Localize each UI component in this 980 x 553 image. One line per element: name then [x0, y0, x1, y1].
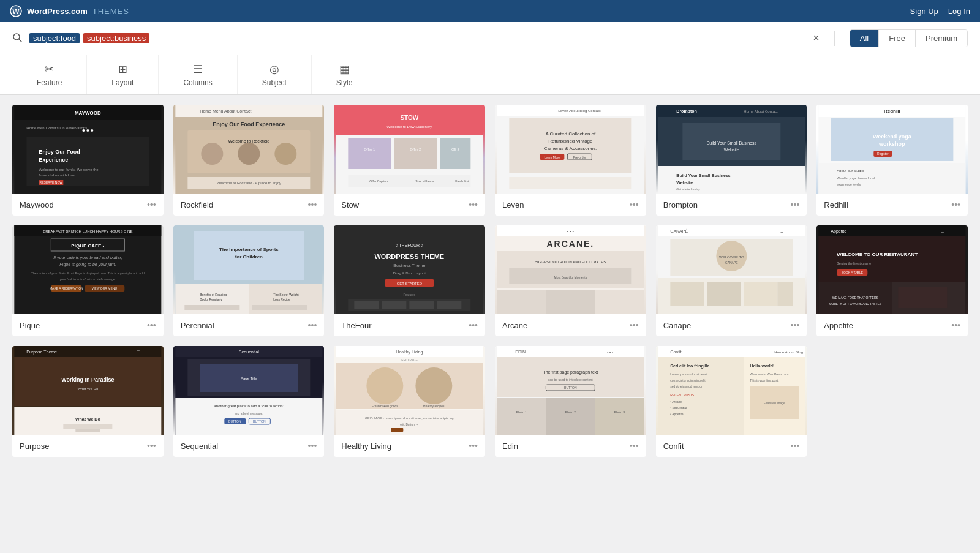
svg-rect-127 [546, 290, 595, 314]
svg-text:Brompton: Brompton [676, 109, 696, 114]
theme-more-rockfield[interactable]: ••• [308, 200, 317, 209]
svg-rect-202 [497, 398, 546, 435]
svg-text:consectetur adipiscing elit: consectetur adipiscing elit [670, 378, 706, 382]
svg-rect-173 [175, 398, 322, 435]
svg-rect-141 [777, 282, 793, 306]
theme-footer-rockfield: Rockfield ••• [173, 194, 325, 216]
svg-text:Page Title: Page Title [241, 377, 257, 380]
search-tag-business[interactable]: subject:business [83, 33, 149, 43]
theme-card-appetite[interactable]: Appetite ☰ WELCOME TO OUR RESTAURANT Ser… [816, 225, 968, 336]
brand-area: W WordPress.com THEMES [10, 5, 129, 17]
signup-link[interactable]: Sign Up [910, 7, 938, 16]
svg-rect-192 [391, 428, 404, 432]
filter-subject[interactable]: ◎ Subject [238, 55, 312, 94]
svg-text:The content of your Static Fro: The content of your Static Front Page is… [31, 271, 145, 275]
svg-text:STOW: STOW [401, 115, 419, 121]
layout-icon: ⊞ [118, 62, 127, 76]
theme-footer-thefour: TheFour ••• [334, 314, 485, 336]
svg-text:• • •: • • • [567, 229, 575, 233]
theme-more-redhill[interactable]: ••• [951, 200, 960, 209]
theme-name-edin: Edin [502, 442, 518, 451]
themes-grid: MAYWOOD Home Menu What's On Reservations… [0, 95, 980, 467]
search-input[interactable] [153, 33, 805, 43]
search-tag-food[interactable]: subject:food [29, 33, 80, 43]
svg-text:GRID PAGE: GRID PAGE [401, 358, 418, 362]
theme-card-maywood[interactable]: MAYWOOD Home Menu What's On Reservations… [12, 105, 164, 216]
svg-text:MAYWOOD: MAYWOOD [75, 110, 101, 116]
theme-more-stow[interactable]: ••• [469, 200, 478, 209]
svg-rect-203 [546, 398, 595, 435]
svg-text:Experience: Experience [39, 157, 68, 163]
theme-card-canape[interactable]: CANAPÉ ☰ WELCOME TO CANAPÉ Canape ••• [656, 225, 807, 336]
filter-all[interactable]: All [850, 30, 879, 47]
theme-card-redhill[interactable]: Redhill Weekend yoga workshop Register A… [816, 105, 968, 216]
theme-more-canape[interactable]: ••• [791, 320, 800, 330]
svg-text:W: W [12, 7, 20, 16]
theme-preview-canape: CANAPÉ ☰ WELCOME TO CANAPÉ [656, 225, 807, 314]
theme-card-healthyliving[interactable]: Healthy Living GRID PAGE Fresh baked goo… [334, 346, 485, 457]
filter-style[interactable]: ▦ Style [312, 55, 378, 94]
svg-text:The Importance of Sports: The Importance of Sports [219, 247, 279, 252]
svg-text:Welcome to Rockfield: Welcome to Rockfield [228, 139, 270, 143]
svg-text:Refurbished Vintage: Refurbished Vintage [548, 138, 593, 144]
svg-text:Build Your Small Business: Build Your Small Business [706, 141, 756, 145]
theme-card-brompton[interactable]: Brompton Home About Contact Build Your S… [656, 105, 807, 216]
svg-text:VIEW OUR MENU: VIEW OUR MENU [92, 287, 118, 290]
theme-card-confit[interactable]: Confit Home About Blog Sed elit leo frin… [656, 346, 807, 457]
svg-text:Pique is going to be your jam.: Pique is going to be your jam. [59, 262, 116, 267]
theme-more-sequential[interactable]: ••• [308, 441, 317, 451]
theme-more-confit[interactable]: ••• [791, 441, 800, 451]
theme-more-thefour[interactable]: ••• [469, 320, 478, 330]
svg-text:Home   About   Contact: Home About Contact [744, 110, 778, 113]
theme-name-healthyliving: Healthy Living [341, 442, 391, 451]
theme-more-pique[interactable]: ••• [147, 320, 156, 330]
theme-card-thefour[interactable]: ◊ THEFOUR ◊ WORDPRESS THEME Business The… [334, 225, 485, 336]
svg-text:Home   Menu   About   Contact: Home Menu About Contact [200, 109, 251, 113]
login-link[interactable]: Log In [948, 7, 970, 16]
filter-columns[interactable]: ☰ Columns [159, 55, 237, 94]
theme-card-rockfield[interactable]: Home Menu About Contact Enjoy Our Food E… [173, 105, 325, 216]
theme-card-leven[interactable]: Leven About Blog Contact A Curated Colle… [495, 105, 646, 216]
theme-more-arcane[interactable]: ••• [630, 320, 639, 330]
theme-card-arcane[interactable]: • • • ARCANE. BIGGEST NUTRITION AND FOOD… [495, 225, 646, 336]
theme-footer-purpose: Purpose ••• [12, 435, 164, 457]
theme-more-perennial[interactable]: ••• [308, 320, 317, 330]
theme-card-pique[interactable]: BREAKFAST BRUNCH LUNCH HAPPY HOURS DINE … [12, 225, 164, 336]
svg-text:BOOK A TABLE: BOOK A TABLE [842, 271, 864, 274]
theme-preview-pique: BREAKFAST BRUNCH LUNCH HAPPY HOURS DINE … [12, 225, 164, 314]
brand-name: WordPress.com [27, 7, 88, 16]
theme-card-stow[interactable]: STOW Welcome to Dew Stationery Offer 1 O… [334, 105, 485, 216]
search-close-button[interactable]: × [813, 32, 820, 45]
filter-options: ✂ Feature ⊞ Layout ☰ Columns ◎ Subject ▦… [12, 55, 377, 94]
svg-text:Drag & Drop Layout: Drag & Drop Layout [393, 271, 426, 275]
svg-text:Leven   About   Blog   Contact: Leven About Blog Contact [558, 109, 601, 113]
theme-preview-leven: Leven About Blog Contact A Curated Colle… [495, 105, 646, 194]
theme-more-leven[interactable]: ••• [630, 200, 639, 209]
theme-more-brompton[interactable]: ••• [791, 200, 800, 209]
theme-more-appetite[interactable]: ••• [951, 320, 960, 330]
filter-premium[interactable]: Premium [916, 30, 967, 47]
theme-more-healthyliving[interactable]: ••• [469, 441, 478, 451]
svg-rect-139 [707, 282, 741, 306]
filter-layout[interactable]: ⊞ Layout [87, 55, 159, 94]
theme-more-maywood[interactable]: ••• [147, 200, 156, 209]
theme-more-edin[interactable]: ••• [630, 441, 639, 451]
filter-feature[interactable]: ✂ Feature [12, 55, 87, 94]
filter-free[interactable]: Free [879, 30, 916, 47]
theme-more-purpose[interactable]: ••• [147, 441, 156, 451]
theme-card-sequential[interactable]: Sequential Page Title Another great plac… [173, 346, 325, 457]
top-bar: W WordPress.com THEMES Sign Up Log In [0, 0, 980, 22]
theme-card-purpose[interactable]: Purpose Theme ☰ Working In Paradise What… [12, 346, 164, 457]
svg-line-4 [19, 39, 21, 42]
theme-footer-perennial: Perennial ••• [173, 314, 325, 336]
theme-card-perennial[interactable]: The Importance of Sports for Children Be… [173, 225, 325, 336]
svg-rect-103 [184, 305, 239, 310]
svg-text:Confit: Confit [670, 350, 681, 354]
svg-text:BUTTON: BUTTON [253, 419, 266, 423]
svg-text:What We Do: What We Do [77, 387, 99, 391]
filter-subject-label: Subject [262, 78, 287, 87]
theme-card-edin[interactable]: EDIN • • • The first page paragraph text… [495, 346, 646, 457]
svg-rect-140 [744, 282, 777, 306]
theme-name-perennial: Perennial [181, 321, 214, 330]
svg-text:BUTTON: BUTTON [564, 386, 577, 389]
